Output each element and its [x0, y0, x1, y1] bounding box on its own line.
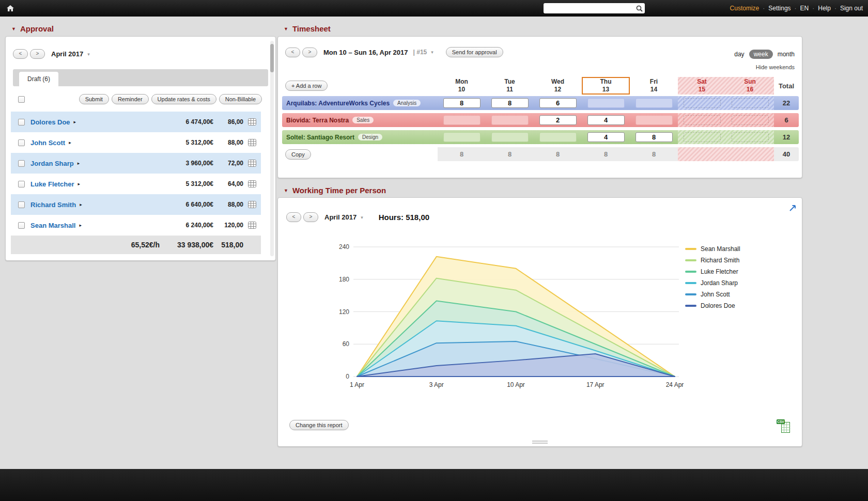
row-checkbox[interactable]: [18, 181, 25, 187]
topbar-link-settings[interactable]: Settings: [768, 5, 791, 12]
timesheet-grid-icon[interactable]: [243, 160, 261, 167]
search-input[interactable]: [544, 5, 636, 12]
tab-draft[interactable]: Draft (6): [19, 72, 58, 86]
hours-input[interactable]: [491, 132, 529, 142]
working-time-section-header[interactable]: ▼ Working Time per Person: [284, 186, 386, 195]
hours-input[interactable]: [587, 98, 625, 108]
project-label[interactable]: Soltel: Santiago ResortDesign: [282, 130, 438, 144]
hours-input[interactable]: [636, 115, 673, 125]
collapse-triangle-icon[interactable]: ▼: [11, 26, 16, 32]
hours-input[interactable]: 4: [587, 115, 625, 125]
week-period-select[interactable]: Mon 10 – Sun 16, Apr 2017: [323, 49, 408, 56]
topbar-link-customize[interactable]: Customize: [730, 5, 760, 12]
prev-month-button[interactable]: <: [286, 212, 301, 222]
next-button[interactable]: >: [30, 49, 45, 59]
hours-input[interactable]: 4: [587, 132, 625, 142]
row-checkbox[interactable]: [18, 201, 25, 208]
approval-section-header[interactable]: ▼ Approval: [11, 24, 54, 33]
scrollbar-thumb[interactable]: [270, 44, 274, 72]
month-period-select[interactable]: April 2017: [324, 213, 357, 221]
hours-input[interactable]: [539, 132, 577, 142]
expand-chart-icon[interactable]: [789, 204, 797, 214]
hours-input[interactable]: 6: [539, 98, 577, 108]
search-icon[interactable]: [636, 5, 643, 12]
expand-row-arrow-icon[interactable]: ▸: [80, 202, 82, 207]
legend-swatch: [685, 259, 696, 261]
row-amount: 5 312,00€: [160, 180, 213, 187]
next-week-button[interactable]: >: [302, 48, 317, 57]
day-header-thu: Thu13: [582, 77, 630, 95]
view-mode-month[interactable]: month: [778, 51, 795, 58]
timesheet-section-header[interactable]: ▼ Timesheet: [284, 24, 331, 33]
project-label[interactable]: Biovida: Terra NostraSales: [282, 113, 438, 127]
collapse-triangle-icon[interactable]: ▼: [284, 26, 288, 32]
hours-input[interactable]: [443, 132, 481, 142]
hours-input[interactable]: 2: [539, 115, 577, 125]
hours-input[interactable]: [443, 115, 481, 125]
topbar-link-help[interactable]: Help: [818, 5, 831, 12]
expand-row-arrow-icon[interactable]: ▸: [78, 161, 80, 166]
caret-down-icon[interactable]: ▾: [361, 215, 363, 220]
timesheet-grid-icon[interactable]: [243, 180, 261, 187]
prev-week-button[interactable]: <: [285, 48, 300, 57]
person-link[interactable]: Dolores Doe: [30, 118, 70, 126]
submit-button[interactable]: Submit: [79, 94, 109, 104]
day-number: 10: [458, 86, 465, 93]
hours-input[interactable]: 8: [636, 132, 673, 142]
svg-text:CSV: CSV: [777, 420, 784, 424]
hours-input[interactable]: 8: [443, 98, 481, 108]
area-series-luke-fletcher: [357, 301, 675, 377]
expand-row-arrow-icon[interactable]: ▸: [69, 140, 71, 145]
day-cell: [534, 130, 582, 144]
topbar-link-sign-out[interactable]: Sign out: [840, 5, 863, 12]
timesheet-grid-icon[interactable]: [243, 118, 261, 126]
timesheet-grid-icon[interactable]: [243, 139, 261, 146]
prev-button[interactable]: <: [13, 49, 28, 59]
person-link[interactable]: John Scott: [30, 139, 65, 147]
topbar-link-en[interactable]: EN: [800, 5, 809, 12]
home-icon[interactable]: [6, 5, 14, 12]
next-month-button[interactable]: >: [303, 212, 318, 222]
day-cell: [582, 96, 630, 110]
row-checkbox[interactable]: [18, 222, 25, 229]
row-checkbox[interactable]: [18, 160, 25, 167]
send-for-approval-button[interactable]: Send for approval: [446, 47, 503, 57]
hide-weekends-link[interactable]: Hide weekends: [756, 64, 795, 70]
person-link[interactable]: Luke Fletcher: [30, 180, 74, 188]
view-mode-day[interactable]: day: [734, 51, 744, 58]
select-all-checkbox[interactable]: [18, 96, 25, 103]
hours-input[interactable]: [636, 98, 673, 108]
row-checkbox[interactable]: [18, 139, 25, 146]
timesheet-grid-icon[interactable]: [243, 201, 261, 208]
day-number: 16: [747, 86, 753, 93]
hours-input[interactable]: 8: [491, 98, 529, 108]
reminder-button[interactable]: Reminder: [112, 94, 149, 104]
change-report-button[interactable]: Change this report: [289, 420, 349, 430]
person-link[interactable]: Jordan Sharp: [30, 160, 74, 167]
copy-button[interactable]: Copy: [285, 149, 311, 160]
working-time-period-nav: < > April 2017 ▾ Hours: 518,00: [286, 212, 429, 222]
add-row-button[interactable]: + Add a row: [285, 81, 328, 91]
row-hours: 120,00: [213, 222, 243, 229]
caret-down-icon[interactable]: ▾: [87, 52, 90, 57]
expand-row-arrow-icon[interactable]: ▸: [78, 181, 81, 186]
search-box[interactable]: [544, 3, 645, 13]
csv-export-icon[interactable]: CSV: [776, 419, 792, 436]
project-label[interactable]: Arquilabs: AdventureWorks CyclesAnalysis: [282, 96, 438, 110]
expand-row-arrow-icon[interactable]: ▸: [79, 223, 82, 228]
expand-row-arrow-icon[interactable]: ▸: [74, 119, 76, 124]
update-rates-costs-button[interactable]: Update rates & costs: [151, 94, 216, 104]
hours-input[interactable]: [491, 115, 529, 125]
scrollbar[interactable]: [270, 41, 274, 256]
row-checkbox[interactable]: [18, 119, 25, 126]
y-tick-label: 240: [339, 243, 349, 251]
view-mode-week[interactable]: week: [749, 50, 773, 59]
resize-grip[interactable]: [532, 441, 548, 445]
timesheet-grid-icon[interactable]: [243, 222, 261, 229]
person-link[interactable]: Richard Smith: [30, 201, 76, 209]
collapse-triangle-icon[interactable]: ▼: [284, 188, 288, 193]
non-billable-button[interactable]: Non-Billable: [219, 94, 262, 104]
person-link[interactable]: Sean Marshall: [30, 222, 75, 229]
caret-down-icon[interactable]: ▾: [431, 50, 433, 55]
period-select[interactable]: April 2017: [51, 50, 83, 58]
